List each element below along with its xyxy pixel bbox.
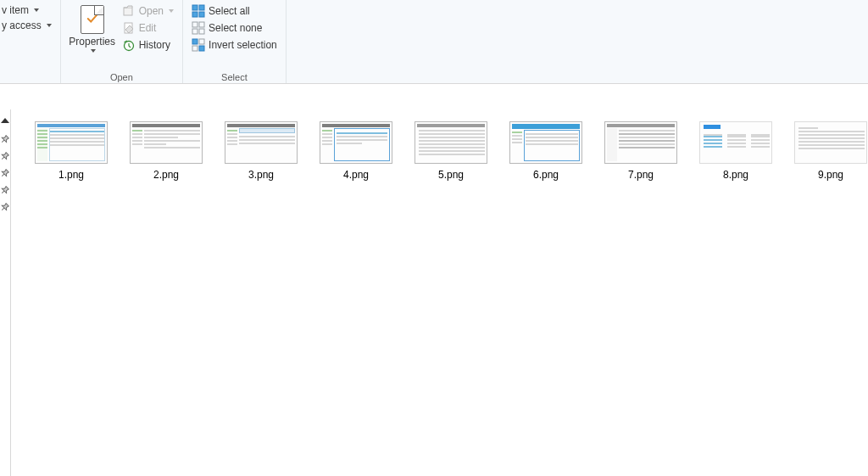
properties-icon [81,5,104,34]
svg-rect-8 [199,22,204,27]
content-pane[interactable]: 1.png 2.png 3.png [10,109,868,476]
file-item[interactable]: 3.png [225,121,298,181]
ribbon-group-new: v item y access [0,0,61,83]
file-item[interactable]: 8.png [699,121,772,181]
thumbnail-image [320,121,392,164]
invert-selection-icon [192,38,205,52]
thumbnail-image [225,121,298,164]
select-none-icon [192,21,205,35]
file-item[interactable]: 4.png [320,121,392,181]
file-name: 7.png [628,169,654,181]
svg-rect-4 [199,5,204,10]
file-name: 9.png [818,169,843,181]
svg-rect-7 [192,22,198,27]
select-none-label: Select none [209,22,262,34]
file-item[interactable]: 9.png [794,121,867,181]
file-name: 8.png [723,169,748,181]
chevron-down-icon [91,49,96,53]
thumbnail-image [794,121,867,164]
select-all-icon [192,4,205,18]
history-label: History [139,39,170,51]
invert-selection-button[interactable]: Invert selection [190,37,279,53]
pin-icon[interactable] [0,169,10,179]
group-label-open: Open [68,70,175,83]
thumbnail-image [604,121,677,164]
thumbnail-image [35,121,108,164]
ribbon-group-open: Properties Open Edit [61,0,183,83]
file-name: 4.png [343,169,369,181]
file-item[interactable]: 7.png [604,121,677,181]
history-button[interactable]: History [120,37,175,53]
open-icon [122,4,136,18]
group-label-new [0,70,53,83]
svg-rect-11 [192,39,198,44]
svg-rect-10 [199,29,204,34]
ribbon-group-select: Select all Select none Invert selection … [183,0,287,83]
file-name: 6.png [533,169,559,181]
easy-access-dropdown[interactable]: y access [0,19,53,32]
thumbnail-image [509,121,582,164]
svg-rect-3 [192,5,198,10]
open-dropdown[interactable]: Open [120,3,175,19]
file-item[interactable]: 1.png [35,121,108,181]
edit-icon [122,21,136,35]
properties-button[interactable]: Properties [68,2,117,53]
chevron-down-icon [47,24,52,27]
history-icon [122,38,136,52]
scroll-up-arrow-icon[interactable] [1,118,9,123]
thumbnail-image [130,121,203,164]
thumbnail-row: 1.png 2.png 3.png [35,121,867,181]
file-name: 3.png [248,169,274,181]
svg-rect-0 [124,8,132,15]
file-item[interactable]: 5.png [415,121,487,181]
invert-selection-label: Invert selection [209,39,277,51]
new-item-dropdown[interactable]: v item [0,3,53,17]
nav-rail [0,109,10,476]
group-label-select: Select [190,70,279,83]
svg-rect-9 [192,29,198,34]
open-label: Open [139,5,164,17]
edit-button[interactable]: Edit [120,20,175,36]
new-item-label: v item [2,4,29,16]
edit-label: Edit [139,22,157,34]
file-item[interactable]: 2.png [130,121,203,181]
thumbnail-image [415,121,487,164]
file-name: 5.png [438,169,464,181]
svg-rect-12 [199,39,204,44]
select-none-button[interactable]: Select none [190,20,279,36]
ribbon: v item y access Properties [0,0,868,84]
pin-icon[interactable] [0,186,10,196]
chevron-down-icon [169,9,174,13]
properties-label: Properties [69,36,115,48]
main-area: 1.png 2.png 3.png [0,84,868,476]
svg-rect-6 [199,12,204,17]
svg-rect-14 [199,46,204,51]
pin-icon[interactable] [0,135,10,145]
pin-icon[interactable] [0,152,10,162]
svg-rect-13 [192,46,198,51]
easy-access-label: y access [2,20,42,31]
pin-icon[interactable] [0,203,10,213]
select-all-button[interactable]: Select all [190,3,279,19]
file-name: 2.png [153,169,179,181]
select-all-label: Select all [209,5,250,17]
file-item[interactable]: 6.png [509,121,582,181]
svg-rect-5 [192,12,198,17]
chevron-down-icon [34,8,39,12]
thumbnail-image [699,121,772,164]
file-name: 1.png [58,169,84,181]
